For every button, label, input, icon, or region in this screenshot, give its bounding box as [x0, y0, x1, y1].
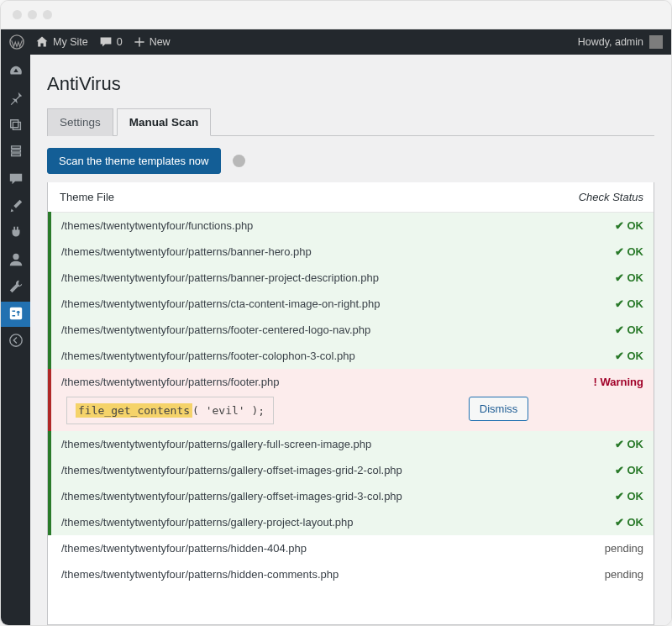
check-icon: ✔ — [615, 271, 624, 284]
check-icon: ✔ — [615, 324, 624, 336]
table-row: /themes/twentytwentyfour/patterns/hidden… — [50, 561, 654, 587]
tab-settings[interactable]: Settings — [47, 108, 113, 136]
check-icon: ✔ — [615, 297, 624, 310]
status-cell: ! Warning — [538, 369, 654, 431]
file-path: /themes/twentytwentyfour/patterns/galler… — [50, 483, 538, 509]
user-icon — [8, 252, 24, 270]
sidebar-item-collapse[interactable] — [1, 329, 30, 354]
results-table: Theme File Check Status /themes/twentytw… — [47, 182, 654, 625]
table-row: /themes/twentytwentyfour/patterns/galler… — [50, 431, 654, 457]
column-header-file: Theme File — [50, 182, 538, 213]
table-row: /themes/twentytwentyfour/patterns/footer… — [50, 343, 654, 369]
page-icon — [8, 145, 24, 162]
check-icon: ✔ — [615, 350, 624, 362]
table-row: /themes/twentytwentyfour/patterns/hidden… — [50, 535, 654, 561]
check-icon: ✔ — [615, 245, 624, 258]
sidebar-item-plugins[interactable] — [1, 221, 30, 246]
sidebar-item-pages[interactable] — [1, 140, 30, 166]
media-icon — [8, 118, 24, 135]
check-icon: ✔ — [615, 464, 624, 476]
wordpress-logo-icon[interactable] — [9, 34, 24, 50]
sidebar-item-appearance[interactable] — [1, 194, 30, 219]
home-icon — [35, 35, 49, 49]
window-dot — [13, 10, 22, 19]
plus-icon — [134, 36, 145, 48]
column-header-status: Check Status — [538, 182, 654, 213]
comments-link[interactable]: 0 — [99, 35, 123, 49]
status-cell: ✔ OK — [538, 343, 654, 369]
window-dot — [28, 10, 37, 19]
tab-manual-scan[interactable]: Manual Scan — [117, 108, 212, 136]
warning-icon: ! — [594, 376, 597, 388]
check-icon: ✔ — [615, 438, 624, 450]
file-path: /themes/twentytwentyfour/patterns/hidden… — [50, 561, 538, 587]
status-cell: ✔ OK — [538, 239, 654, 265]
site-name: My Site — [53, 36, 88, 48]
check-icon: ✔ — [615, 490, 624, 502]
wrench-icon — [8, 279, 24, 297]
table-row: /themes/twentytwentyfour/patterns/galler… — [50, 509, 654, 535]
file-path: /themes/twentytwentyfour/functions.php — [50, 213, 538, 239]
svg-rect-2 — [9, 307, 21, 318]
table-row: /themes/twentytwentyfour/patterns/banner… — [50, 265, 654, 291]
window-dot — [43, 10, 52, 19]
table-row: /themes/twentytwentyfour/functions.php✔ … — [50, 213, 654, 239]
sidebar-item-media[interactable] — [1, 113, 30, 139]
file-path: /themes/twentytwentyfour/patterns/footer… — [50, 317, 538, 343]
status-cell: ✔ OK — [538, 265, 654, 291]
status-cell: ✔ OK — [538, 213, 654, 239]
plug-icon — [8, 225, 24, 243]
comment-count: 0 — [117, 36, 123, 48]
comment-icon — [8, 171, 24, 189]
file-path: /themes/twentytwentyfour/patterns/galler… — [50, 431, 538, 457]
svg-point-3 — [9, 334, 21, 345]
check-icon: ✔ — [615, 219, 624, 232]
status-cell: ✔ OK — [538, 483, 654, 509]
dismiss-button[interactable]: Dismiss — [469, 397, 529, 421]
table-row: /themes/twentytwentyfour/patterns/galler… — [50, 457, 654, 483]
table-row: /themes/twentytwentyfour/patterns/banner… — [50, 239, 654, 265]
file-path: /themes/twentytwentyfour/patterns/cta-co… — [50, 291, 538, 317]
file-path: /themes/twentytwentyfour/patterns/footer… — [50, 343, 538, 369]
file-path: /themes/twentytwentyfour/patterns/hidden… — [50, 535, 538, 561]
sidebar-item-tools[interactable] — [1, 275, 30, 300]
status-cell: ✔ OK — [538, 509, 654, 535]
sidebar-item-antivirus[interactable] — [1, 302, 30, 327]
sidebar-item-users[interactable] — [1, 248, 30, 273]
sliders-icon — [8, 306, 24, 324]
user-greeting[interactable]: Howdy, admin — [578, 36, 643, 48]
status-cell: ✔ OK — [538, 317, 654, 343]
table-row: /themes/twentytwentyfour/patterns/footer… — [50, 369, 654, 431]
admin-sidebar — [1, 55, 30, 625]
avatar[interactable] — [649, 35, 663, 49]
sidebar-item-posts[interactable] — [1, 87, 30, 112]
collapse-icon — [8, 333, 24, 350]
file-path: /themes/twentytwentyfour/patterns/galler… — [50, 509, 538, 535]
file-path: /themes/twentytwentyfour/patterns/banner… — [50, 239, 538, 265]
scan-button[interactable]: Scan the theme templates now — [47, 148, 221, 174]
site-home-link[interactable]: My Site — [35, 35, 88, 49]
table-row: /themes/twentytwentyfour/patterns/cta-co… — [50, 291, 654, 317]
pin-icon — [8, 91, 24, 108]
brush-icon — [8, 198, 24, 216]
comment-icon — [99, 35, 113, 49]
file-path: /themes/twentytwentyfour/patterns/footer… — [50, 369, 538, 431]
file-path: /themes/twentytwentyfour/patterns/banner… — [50, 265, 538, 291]
spinner-icon — [233, 155, 245, 167]
new-content-link[interactable]: New — [134, 36, 171, 48]
nav-tabs: SettingsManual Scan — [47, 108, 654, 136]
status-cell: ✔ OK — [538, 291, 654, 317]
sidebar-item-dashboard[interactable] — [1, 60, 30, 85]
status-cell: ✔ OK — [538, 457, 654, 483]
check-icon: ✔ — [615, 516, 624, 529]
admin-bar: My Site 0 New Howdy, admin — [1, 29, 671, 55]
table-row: /themes/twentytwentyfour/patterns/footer… — [50, 317, 654, 343]
sidebar-item-comments[interactable] — [1, 167, 30, 192]
status-cell: pending — [538, 535, 654, 561]
svg-point-1 — [13, 253, 18, 259]
gauge-icon — [8, 64, 24, 82]
file-path: /themes/twentytwentyfour/patterns/galler… — [50, 457, 538, 483]
status-cell: ✔ OK — [538, 431, 654, 457]
browser-titlebar — [1, 1, 671, 29]
new-label: New — [150, 36, 171, 48]
